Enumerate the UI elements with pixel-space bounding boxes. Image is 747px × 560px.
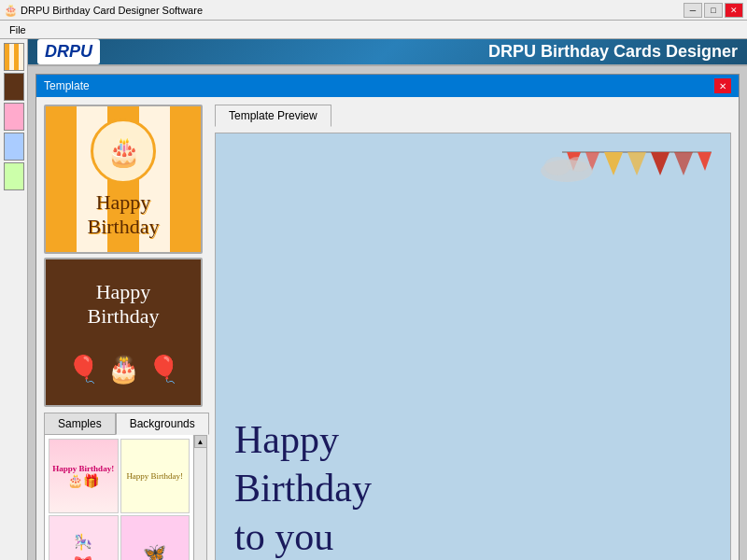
- minimize-button[interactable]: ─: [684, 3, 702, 18]
- card2-text: HappyBirthday: [88, 280, 160, 329]
- preview-tab-button[interactable]: Template Preview: [215, 105, 331, 127]
- thumb-grid: Happy Birthday! 🎂🎁 Happy Birthday!: [45, 435, 193, 560]
- card1-text: HappyBirthday: [88, 190, 160, 240]
- dialog-area: Template ✕ 🎂 HappyBirthday: [28, 66, 747, 560]
- sidebar-thumb-2[interactable]: [4, 73, 24, 101]
- tab-backgrounds[interactable]: Backgrounds: [116, 413, 209, 435]
- thumb-3-icon: 🎠: [74, 533, 92, 551]
- maximize-button[interactable]: □: [704, 3, 723, 18]
- cloud-svg: [539, 147, 595, 185]
- sample-cards: 🎂 HappyBirthday HappyBirthday 🎈 🎂 🎈: [44, 105, 207, 407]
- preview-text-toyou: to you: [234, 514, 333, 559]
- menu-bar: File: [0, 21, 747, 39]
- tab-samples[interactable]: Samples: [44, 413, 116, 435]
- sidebar-thumb-1[interactable]: [4, 43, 24, 71]
- sidebar-thumb-3[interactable]: [4, 103, 24, 131]
- thumb-2-icon: Happy Birthday!: [126, 471, 183, 481]
- svg-point-10: [567, 157, 589, 172]
- preview-tab-row: Template Preview: [215, 105, 731, 127]
- preview-text-birthday: Birthday: [234, 466, 372, 511]
- title-bar-controls: ─ □ ✕: [684, 3, 743, 18]
- svg-marker-3: [604, 152, 623, 175]
- preview-box: Happy Birthday to you: [215, 133, 731, 560]
- right-panel: Template Preview: [215, 105, 731, 560]
- scroll-column: ▲ ▼: [193, 435, 206, 560]
- close-window-button[interactable]: ✕: [725, 3, 743, 18]
- svg-marker-6: [674, 152, 693, 175]
- template-dialog: Template ✕ 🎂 HappyBirthday: [35, 74, 740, 560]
- main-area: DRPU DRPU Birthday Cards Designer Templa…: [0, 39, 747, 560]
- dialog-title-bar: Template ✕: [36, 75, 739, 97]
- svg-marker-7: [698, 152, 712, 171]
- svg-marker-5: [651, 152, 669, 175]
- drpu-header: DRPU DRPU Birthday Cards Designer: [28, 39, 747, 66]
- svg-point-9: [544, 157, 571, 175]
- app-icon: 🎂: [4, 4, 17, 17]
- thumb-4-icon: 🦋: [143, 541, 166, 560]
- thumb-1-icon2: 🎂🎁: [67, 473, 99, 489]
- scroll-up-button[interactable]: ▲: [194, 435, 207, 448]
- card-thumb-2[interactable]: HappyBirthday 🎈 🎂 🎈: [44, 258, 203, 407]
- thumb-1[interactable]: Happy Birthday! 🎂🎁: [49, 439, 119, 513]
- preview-card: Happy Birthday to you: [216, 133, 730, 560]
- scroll-track: [194, 448, 207, 560]
- content-area: DRPU DRPU Birthday Cards Designer Templa…: [28, 39, 747, 560]
- cloud-decoration: [539, 147, 595, 188]
- drpu-title: DRPU Birthday Cards Designer: [488, 42, 738, 62]
- thumb-4[interactable]: 🦋: [120, 515, 190, 560]
- dialog-title-text: Template: [44, 79, 90, 92]
- drpu-logo: DRPU: [37, 39, 100, 64]
- thumb-1-icon: Happy Birthday!: [52, 464, 114, 473]
- preview-text-happy: Happy: [234, 417, 339, 462]
- thumb-3[interactable]: 🎠 🎀: [49, 515, 119, 560]
- thumb-2[interactable]: Happy Birthday!: [120, 439, 190, 513]
- tabs-grid-area: Samples Backgrounds Happy Birthday!: [44, 413, 207, 560]
- left-sidebar: [0, 39, 28, 560]
- title-bar: 🎂 DRPU Birthday Card Designer Software ─…: [0, 0, 747, 21]
- dialog-body: 🎂 HappyBirthday HappyBirthday 🎈 🎂 🎈: [36, 97, 739, 560]
- card-thumb-1[interactable]: 🎂 HappyBirthday: [44, 105, 203, 254]
- dialog-close-button[interactable]: ✕: [714, 78, 731, 93]
- sidebar-thumb-5[interactable]: [4, 162, 24, 190]
- tabs-row: Samples Backgrounds: [44, 413, 207, 435]
- window-title: DRPU Birthday Card Designer Software: [21, 5, 684, 16]
- sidebar-thumb-4[interactable]: [4, 133, 24, 161]
- thumb-grid-wrapper: Happy Birthday! 🎂🎁 Happy Birthday!: [44, 435, 207, 560]
- left-panel: 🎂 HappyBirthday HappyBirthday 🎈 🎂 🎈: [44, 105, 207, 560]
- svg-marker-4: [627, 152, 646, 175]
- menu-file[interactable]: File: [4, 22, 32, 37]
